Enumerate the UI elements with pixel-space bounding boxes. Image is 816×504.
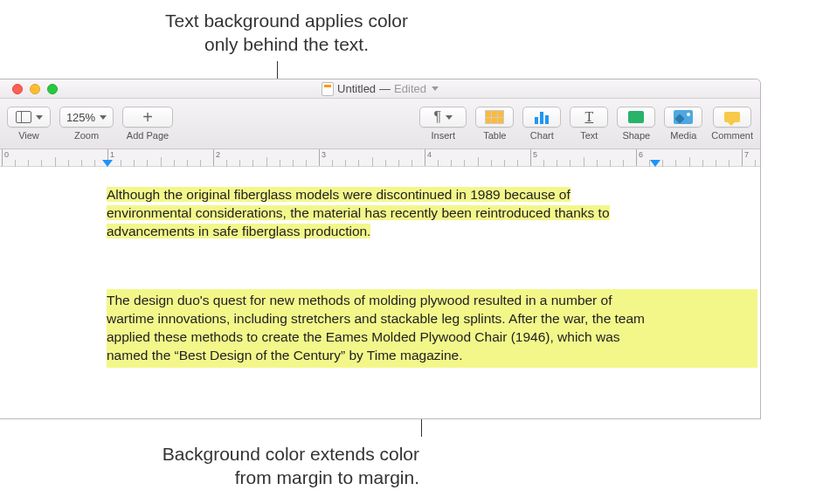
comment-icon (724, 112, 740, 122)
ruler-major: 3 (319, 149, 326, 166)
paragraph-block-highlight[interactable]: The design duo's quest for new methods o… (107, 289, 757, 368)
ruler-tick (332, 160, 333, 167)
ruler-major: 0 (2, 149, 9, 166)
ruler-tick (729, 160, 730, 167)
shape-label: Shape (622, 130, 650, 141)
table-icon (485, 110, 504, 124)
ruler-tick (15, 160, 16, 167)
media-button[interactable] (664, 107, 702, 128)
zoom-value: 125% (66, 111, 95, 124)
add-page-button[interactable]: + (122, 107, 173, 128)
document-title: Untitled (337, 82, 376, 95)
table-group: Table (475, 107, 514, 141)
ruler-tick (689, 157, 690, 167)
media-group: Media (664, 107, 702, 141)
left-margin-marker[interactable] (102, 160, 113, 167)
shape-group: Shape (617, 107, 655, 141)
ruler-tick (41, 160, 42, 167)
insert-button[interactable]: ¶ (419, 107, 467, 128)
plus-icon: + (142, 108, 153, 126)
toolbar: View 125% Zoom + Add Page ¶ Insert (0, 99, 760, 149)
ruler-tick (702, 160, 703, 167)
ruler-tick (372, 157, 373, 167)
ruler-tick (438, 160, 439, 167)
titlebar: Untitled — Edited (0, 79, 760, 99)
view-icon (16, 111, 31, 123)
chevron-down-icon (446, 115, 453, 120)
zoom-button[interactable] (47, 84, 58, 94)
ruler-tick (543, 160, 544, 167)
close-button[interactable] (12, 84, 23, 94)
callout-text-bottom: Background color extends color from marg… (149, 442, 419, 490)
right-margin-marker[interactable] (650, 160, 660, 167)
ruler-tick (121, 160, 121, 167)
document-icon (322, 82, 334, 96)
table-button[interactable] (475, 107, 514, 128)
ruler-tick (504, 160, 505, 167)
ruler[interactable]: 0 1 2 3 4 5 6 7 (0, 149, 760, 167)
text-group: T Text (570, 107, 608, 141)
table-label: Table (483, 130, 506, 141)
add-page-group: + Add Page (122, 107, 173, 141)
ruler-tick (610, 160, 611, 167)
pages-window: Untitled — Edited View 125% Zoom + (0, 79, 761, 419)
ruler-tick (517, 160, 518, 167)
zoom-button[interactable]: 125% (59, 107, 114, 128)
chevron-down-icon (432, 86, 439, 91)
comment-label: Comment (711, 130, 753, 141)
document-status: Edited (394, 82, 426, 95)
ruler-tick (557, 160, 557, 167)
ruler-tick (623, 160, 624, 167)
comment-group: Comment (711, 107, 753, 141)
shape-button[interactable] (617, 107, 655, 128)
ruler-tick (226, 160, 227, 167)
ruler-tick (174, 160, 175, 167)
minimize-button[interactable] (30, 84, 40, 94)
chart-button[interactable] (522, 107, 561, 128)
ruler-tick (411, 160, 412, 167)
ruler-tick (239, 160, 240, 167)
ruler-major: 6 (636, 149, 643, 166)
ruler-tick (81, 160, 82, 167)
chevron-down-icon (100, 115, 107, 120)
view-label: View (18, 130, 39, 141)
ruler-major: 2 (213, 149, 220, 166)
insert-group: ¶ Insert (419, 107, 467, 141)
insert-label: Insert (432, 130, 456, 141)
shape-icon (628, 111, 644, 123)
chart-icon (535, 110, 549, 124)
chart-group: Chart (522, 107, 561, 141)
text-button[interactable]: T (570, 107, 608, 128)
ruler-tick (716, 160, 716, 167)
ruler-tick (293, 160, 294, 167)
ruler-tick (597, 160, 598, 167)
paragraph-text-highlight[interactable]: Although the original fiberglass models … (107, 186, 655, 241)
ruler-tick (134, 160, 135, 167)
ruler-tick (675, 160, 676, 167)
ruler-tick (491, 160, 492, 167)
ruler-major: 7 (742, 149, 749, 166)
ruler-tick (584, 157, 584, 167)
ruler-tick (187, 160, 188, 167)
ruler-tick (649, 160, 650, 167)
ruler-major: 5 (530, 149, 537, 166)
ruler-tick (161, 157, 162, 167)
ruler-tick (398, 160, 399, 167)
media-icon (674, 110, 693, 124)
ruler-major: 4 (425, 149, 432, 166)
media-label: Media (670, 130, 696, 141)
zoom-group: 125% Zoom (59, 107, 114, 141)
ruler-tick (345, 160, 346, 167)
comment-button[interactable] (713, 107, 751, 128)
text-highlight-span: Although the original fiberglass models … (107, 187, 610, 238)
ruler-tick (147, 160, 148, 167)
ruler-tick (200, 160, 201, 167)
view-group: View (7, 107, 51, 141)
ruler-tick (570, 160, 571, 167)
ruler-tick (755, 160, 756, 167)
document-canvas[interactable]: Although the original fiberglass models … (0, 167, 760, 419)
view-button[interactable] (7, 107, 51, 128)
text-label: Text (580, 130, 598, 141)
ruler-tick (385, 160, 386, 167)
pilcrow-icon: ¶ (434, 109, 442, 125)
